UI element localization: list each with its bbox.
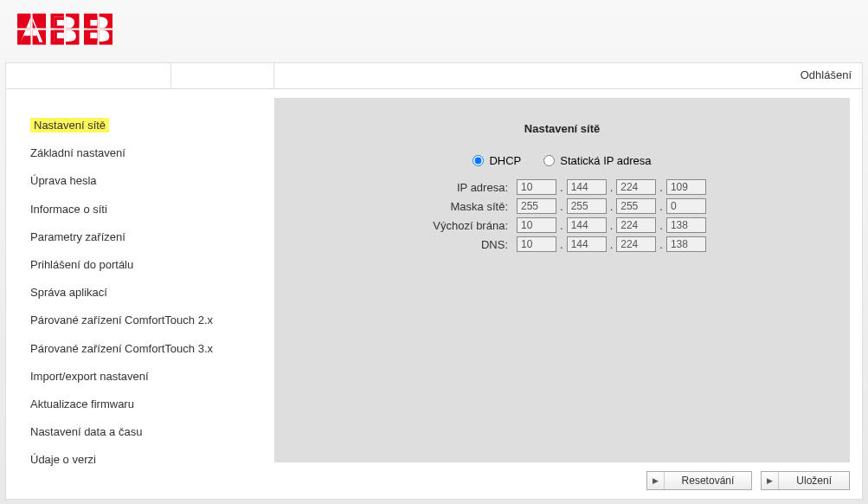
- ip-form: IP adresa: . . . Maska sítě: . . .: [292, 179, 833, 252]
- logout-link[interactable]: Odhlášení: [800, 68, 852, 81]
- dot-sep: .: [659, 181, 663, 194]
- radio-dhcp-label: DHCP: [489, 154, 521, 167]
- content-area: Nastavení sítě DHCP Statická IP adresa: [274, 89, 862, 499]
- ip-address-label: IP adresa:: [292, 179, 517, 195]
- ip-address-octets: . . .: [517, 179, 833, 195]
- ip-mode-row: DHCP Statická IP adresa: [292, 154, 833, 169]
- svg-rect-10: [57, 20, 64, 26]
- dot-sep: .: [560, 181, 563, 194]
- main-container: Odhlášení Nastavení sítě Základní nastav…: [5, 62, 863, 500]
- sidebar-item-datetime[interactable]: Nastavení data a času: [30, 418, 274, 446]
- top-bar: Odhlášení: [6, 63, 862, 89]
- dot-sep: .: [560, 219, 563, 232]
- sidebar-item-device-params[interactable]: Parametry zařízení: [30, 223, 274, 251]
- mask-octet-1[interactable]: [517, 198, 556, 214]
- sidebar-item-basic-settings[interactable]: Základní nastavení: [30, 139, 274, 167]
- empty-tab-slot: [170, 63, 274, 89]
- sidebar-item-password-edit[interactable]: Úprava hesla: [30, 167, 274, 195]
- button-row: ▶ Resetování ▶ Uložení: [274, 462, 850, 490]
- radio-static-input[interactable]: [543, 155, 555, 166]
- sidebar-item-portal-login[interactable]: Prihlášení do portálu: [30, 251, 274, 279]
- dns-octet-1[interactable]: [517, 236, 556, 252]
- gw-octet-1[interactable]: [517, 217, 556, 233]
- mask-octet-3[interactable]: [616, 198, 656, 214]
- radio-dhcp-input[interactable]: [473, 155, 484, 166]
- save-button[interactable]: ▶ Uložení: [761, 471, 850, 490]
- dns-octet-2[interactable]: [567, 236, 607, 252]
- arrow-right-icon: ▶: [762, 472, 779, 489]
- content-layout: Nastavení sítě Základní nastavení Úprava…: [6, 89, 862, 499]
- dot-sep: .: [659, 238, 663, 251]
- abb-logo-svg: [17, 13, 113, 46]
- reset-button-label: Resetování: [665, 475, 752, 487]
- ip-octet-2[interactable]: [567, 179, 607, 195]
- svg-rect-18: [90, 20, 97, 26]
- gw-octet-3[interactable]: [616, 217, 656, 233]
- netmask-label: Maska sítě:: [292, 198, 517, 214]
- panel-title: Nastavení sítě: [292, 122, 833, 135]
- ip-octet-4[interactable]: [666, 179, 706, 195]
- sidebar: Nastavení sítě Základní nastavení Úprava…: [6, 89, 274, 499]
- dot-sep: .: [610, 181, 614, 194]
- sidebar-item-network-info[interactable]: Informace o síti: [30, 196, 274, 223]
- save-button-label: Uložení: [779, 475, 849, 487]
- sidebar-item-import-export[interactable]: Import/export nastavení: [30, 363, 274, 391]
- sidebar-item-app-management[interactable]: Správa aplikací: [30, 279, 274, 307]
- dot-sep: .: [610, 200, 614, 213]
- svg-rect-11: [57, 33, 64, 39]
- abb-logo: [0, 0, 868, 54]
- dot-sep: .: [659, 219, 663, 232]
- netmask-octets: . . .: [517, 198, 833, 214]
- settings-panel: Nastavení sítě DHCP Statická IP adresa: [274, 98, 850, 462]
- dns-octet-4[interactable]: [666, 236, 706, 252]
- svg-rect-1: [33, 14, 46, 29]
- sidebar-item-firmware-update[interactable]: Aktualizace firmwaru: [30, 391, 274, 418]
- dot-sep: .: [610, 219, 614, 232]
- gateway-octets: . . .: [517, 217, 833, 233]
- ip-octet-1[interactable]: [517, 179, 556, 195]
- sidebar-item-paired-ct2[interactable]: Párované zařízení ComfortTouch 2.x: [30, 307, 274, 334]
- radio-static-label: Statická IP adresa: [560, 154, 651, 167]
- gw-octet-4[interactable]: [666, 217, 706, 233]
- arrow-right-icon: ▶: [647, 472, 665, 489]
- sidebar-item-paired-ct3[interactable]: Párované zařízení ComfortTouch 3.x: [30, 335, 274, 363]
- gateway-label: Výchozí brána:: [292, 217, 517, 233]
- page-root: Odhlášení Nastavení sítě Základní nastav…: [0, 0, 868, 504]
- ip-octet-3[interactable]: [616, 179, 656, 195]
- dot-sep: .: [659, 200, 663, 213]
- dot-sep: .: [560, 200, 563, 213]
- radio-dhcp[interactable]: DHCP: [473, 154, 521, 167]
- dot-sep: .: [610, 238, 614, 251]
- dns-octet-3[interactable]: [616, 236, 656, 252]
- gw-octet-2[interactable]: [567, 217, 607, 233]
- sidebar-item-version-info[interactable]: Údaje o verzi: [30, 446, 274, 474]
- mask-octet-4[interactable]: [666, 198, 706, 214]
- reset-button[interactable]: ▶ Resetování: [646, 471, 753, 490]
- mask-octet-2[interactable]: [567, 198, 607, 214]
- dns-octets: . . .: [517, 236, 833, 252]
- radio-static[interactable]: Statická IP adresa: [543, 154, 651, 167]
- dot-sep: .: [560, 238, 563, 251]
- svg-rect-19: [90, 33, 97, 39]
- sidebar-item-network-settings[interactable]: Nastavení sítě: [30, 118, 109, 132]
- dns-label: DNS:: [292, 236, 517, 252]
